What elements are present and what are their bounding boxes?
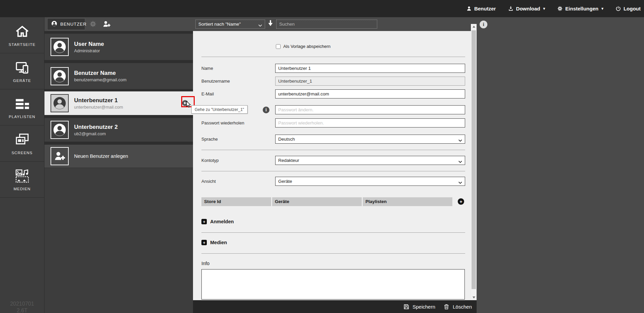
column-store-id: Store Id [201, 197, 271, 206]
save-button[interactable]: Speichern [403, 304, 436, 310]
passwort-wiederholen-label: Passwort wiederholen [201, 120, 244, 125]
sidebar-item-label: PLAYLISTEN [9, 115, 35, 119]
passwort-wiederholen-row: Passwort wiederholen [193, 118, 471, 127]
kontotyp-select[interactable]: Redakteur [275, 156, 465, 165]
scrollbar-thumb[interactable] [472, 30, 476, 289]
chevron-down-icon [458, 138, 462, 141]
devices-icon [14, 60, 30, 76]
user-icon [466, 6, 472, 11]
user-subtitle: benutzername@gmail.com [74, 77, 127, 82]
list-settings-gear-icon[interactable] [89, 20, 97, 28]
media-icon [14, 168, 30, 184]
avatar [51, 94, 69, 112]
sidebar-item-label: SCREENS [11, 151, 33, 155]
user-list-item-benutzer[interactable]: Benutzer Namebenutzername@gmail.com [44, 63, 193, 89]
goto-tooltip: Gehe zu "Unterbenutzer_1" [191, 105, 248, 114]
email-row: E-Mail [193, 89, 471, 98]
email-input[interactable] [275, 89, 465, 98]
vertical-scrollbar[interactable] [471, 24, 477, 300]
playlist-icon [14, 96, 30, 112]
topbar: Benutzer Download ▾ Einstellungen ▾ Logo… [0, 0, 644, 17]
topbar-download[interactable]: Download ▾ [508, 6, 545, 11]
version-number: 2.6T [0, 307, 44, 313]
user-list-item-unterbenutzer1-selected[interactable]: Unterbenutzer 1unterbenutzer@mail.com [44, 91, 193, 115]
info-textarea[interactable] [201, 269, 465, 300]
chevron-down-icon [458, 180, 462, 183]
sort-select-value: Sortiert nach "Name" [198, 22, 241, 27]
user-subtitle: ub2@gmail.com [74, 131, 118, 136]
delete-button[interactable]: Löschen [443, 304, 472, 310]
user-detail-form: Als Vorlage abspeichern Name Benutzernam… [193, 31, 471, 300]
section-medien[interactable]: + Medien [201, 240, 227, 245]
topbar-download-label: Download [516, 6, 540, 11]
sidebar-item-label: GERÄTE [13, 79, 31, 83]
sidebar-item-startseite[interactable]: STARTSEITE [0, 17, 44, 53]
passwort-wiederholen-input[interactable] [275, 118, 465, 127]
form-action-bar: Speichern Löschen [193, 300, 477, 313]
column-playlisten: Playlisten [363, 197, 452, 206]
kontotyp-select-value: Redakteur [278, 158, 299, 163]
kontotyp-label: Kontotyp [201, 158, 219, 163]
delete-button-label: Löschen [453, 304, 472, 310]
user-subtitle: Administrator [74, 48, 104, 53]
topbar-einstellungen-label: Einstellungen [565, 6, 598, 11]
ansicht-select-value: Geräte [278, 179, 292, 184]
chevron-down-icon [258, 23, 262, 26]
user-list-item-unterbenutzer2[interactable]: Unterbenutzer 2ub2@gmail.com [44, 118, 193, 142]
template-checkbox-row: Als Vorlage abspeichern [276, 44, 330, 49]
ansicht-select[interactable]: Geräte [275, 177, 465, 186]
sort-select[interactable]: Sortiert nach "Name" [195, 20, 265, 29]
topbar-benutzer[interactable]: Benutzer [466, 6, 496, 11]
expand-plus-icon: + [201, 219, 207, 224]
sidebar-item-geraete[interactable]: GERÄTE [0, 53, 44, 89]
user-title: Benutzer Name [74, 70, 127, 77]
section-medien-label: Medien [210, 240, 227, 245]
password-info-icon[interactable]: i [263, 107, 269, 113]
name-input[interactable] [275, 64, 465, 73]
kontotyp-row: Kontotyp Redakteur [193, 156, 471, 165]
sprache-select[interactable]: Deutsch [275, 135, 465, 144]
add-user-icon[interactable] [102, 20, 111, 28]
user-circle-icon [51, 20, 58, 28]
sidebar-item-medien[interactable]: MEDIEN [0, 162, 44, 198]
user-list-item-admin[interactable]: User NameAdministrator [44, 34, 193, 60]
search-input[interactable] [276, 20, 377, 29]
chevron-down-icon [458, 159, 462, 162]
ansicht-row: Ansicht Geräte [193, 177, 471, 186]
save-icon [403, 304, 410, 310]
user-title: Unterbenutzer 1 [74, 97, 123, 104]
add-new-user-button[interactable]: Neuen Benutzer anlegen [44, 145, 193, 168]
sprache-label: Sprache [201, 137, 218, 142]
user-subtitle: unterbenutzer@mail.com [74, 105, 123, 110]
version-info: 20210701 2.6T [0, 301, 44, 313]
name-row: Name [193, 64, 471, 73]
divider [201, 232, 465, 233]
sidebar-item-label: MEDIEN [13, 187, 31, 191]
tab-benutzer[interactable]: BENUTZER [47, 18, 85, 30]
chevron-down-icon: ▾ [543, 7, 545, 10]
user-title: Unterbenutzer 2 [74, 124, 118, 131]
add-user-icon [51, 147, 69, 165]
topbar-benutzer-label: Benutzer [474, 6, 496, 11]
sidebar-item-playlisten[interactable]: PLAYLISTEN [0, 89, 44, 125]
sidebar-item-screens[interactable]: SCREENS [0, 125, 44, 162]
sidebar: STARTSEITE GERÄTE PLAYLISTEN SCREENS MED… [0, 17, 44, 313]
email-label: E-Mail [201, 91, 214, 96]
chevron-down-icon: ▾ [602, 7, 604, 10]
template-checkbox[interactable] [276, 44, 281, 49]
divider [201, 171, 465, 171]
sort-direction-arrow-icon[interactable] [267, 19, 274, 29]
section-anmelden-label: Anmelden [210, 219, 234, 224]
benutzername-row: Benutzername [193, 77, 471, 86]
topbar-einstellungen[interactable]: Einstellungen ▾ [557, 6, 603, 11]
goto-user-arrow-icon[interactable] [182, 99, 189, 107]
scroll-up-arrow[interactable] [471, 24, 477, 29]
template-checkbox-label: Als Vorlage abspeichern [283, 44, 330, 49]
section-anmelden[interactable]: + Anmelden [201, 219, 234, 224]
scroll-down-arrow[interactable] [471, 295, 477, 300]
add-store-button[interactable]: + [458, 198, 464, 205]
passwort-input[interactable] [275, 105, 465, 114]
power-icon [615, 6, 621, 11]
panel-info-icon[interactable]: i [480, 21, 487, 28]
topbar-logout[interactable]: Logout [615, 6, 641, 11]
